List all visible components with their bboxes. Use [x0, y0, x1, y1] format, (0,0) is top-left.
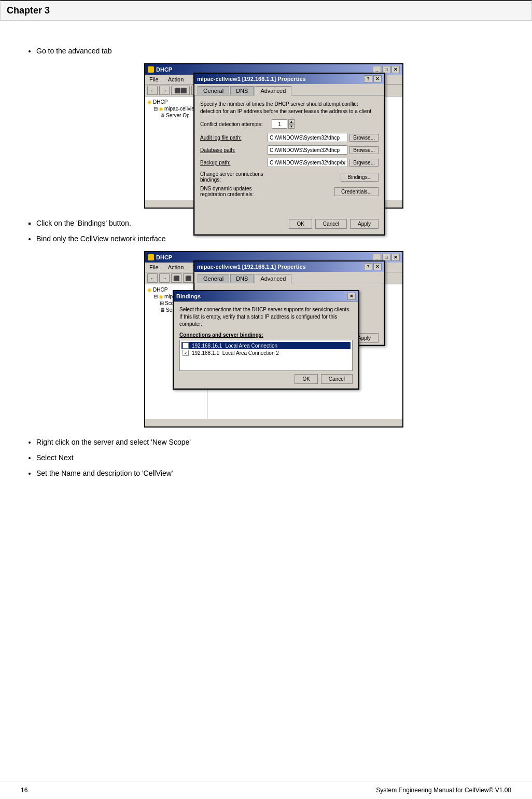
back-btn-2[interactable]: ← — [147, 273, 158, 283]
screenshot1-container: DHCP _ □ ✕ File Action View — [36, 63, 511, 209]
backup-label-1: Backup path: — [200, 160, 268, 166]
toolbar-btn-a[interactable]: ⬛⬛ — [171, 86, 190, 95]
binding-label-2: Local Area Connection 2 — [222, 350, 279, 356]
maximize-btn-1[interactable]: □ — [382, 66, 390, 73]
spin-down-1[interactable]: ▼ — [288, 124, 295, 129]
toolbar-btn-d[interactable]: ⬛ — [183, 273, 193, 283]
props-title-text-1: mipac-cellview1 [192.168.1.1] Properties — [197, 76, 306, 82]
tree-dhcp-icon-2: ◉ — [147, 287, 152, 293]
tree-expand-1: ⊟ — [153, 106, 158, 112]
bullet-go-advanced: Go to the advanced tab DHCP _ □ — [36, 47, 511, 209]
mmc-titlebar-buttons-1: _ □ ✕ — [373, 66, 400, 73]
database-label-1: Database path: — [200, 147, 268, 153]
page-footer: 16 System Engineering Manual for CellVie… — [0, 781, 532, 799]
tab-dns-1[interactable]: DNS — [230, 86, 254, 95]
dhcp-icon-1 — [148, 66, 154, 73]
dns-label-1: DNS dynamic updates registration credent… — [200, 186, 268, 197]
minimize-btn-2[interactable]: _ — [373, 254, 381, 261]
props-title-text-2: mipac-cellview1 [192.168.1.1] Properties — [197, 264, 306, 270]
binding-row-1[interactable]: 192.168.16.1 Local Area Connection — [181, 342, 351, 349]
props-tabs-1: General DNS Advanced — [194, 84, 384, 95]
mmc-title-icon-1: DHCP — [148, 66, 172, 73]
bullet-select-next: Select Next — [36, 453, 511, 462]
toolbar-btn-c[interactable]: ⬛ — [171, 273, 181, 283]
mmc-title-2: DHCP — [148, 254, 172, 260]
bindings-label-1: Change server connections bindings: — [200, 171, 268, 183]
apply-btn-1[interactable]: Apply — [350, 219, 379, 229]
minimize-btn-1[interactable]: _ — [373, 66, 381, 73]
cancel-btn-1[interactable]: Cancel — [315, 219, 347, 229]
tab-advanced-1[interactable]: Advanced — [255, 86, 291, 95]
bindings-titlebar-btns: ✕ — [347, 293, 356, 300]
menu-action-1[interactable]: Action — [166, 76, 186, 83]
props-help-btn-1[interactable]: ? — [364, 75, 372, 82]
audit-row-1: Audit log file path: Browse... — [200, 133, 379, 142]
binding-row-2[interactable]: ✓ 192.168.1.1 Local Area Connection 2 — [181, 349, 351, 356]
footer-document-title: System Engineering Manual for CellView© … — [376, 787, 511, 794]
binding-checkbox-2[interactable]: ✓ — [183, 350, 189, 356]
audit-browse-btn-1[interactable]: Browse... — [349, 134, 379, 142]
menu-action-2[interactable]: Action — [166, 264, 186, 271]
bindings-close-btn[interactable]: ✕ — [347, 293, 356, 300]
chapter-title: Chapter 3 — [7, 5, 50, 16]
screenshot2-container: DHCP _ □ ✕ File Action View — [36, 251, 511, 428]
tree-expand-2: ⊟ — [153, 294, 158, 299]
bindings-titlebar: Bindings ✕ — [174, 291, 358, 301]
backup-browse-btn-1[interactable]: Brgwse... — [349, 159, 379, 167]
props-footer-1: OK Cancel Apply — [200, 216, 379, 229]
props-close-btn-2[interactable]: ✕ — [373, 263, 382, 270]
tree-server-icon-2: 🖥 — [160, 307, 165, 313]
database-input-1[interactable] — [268, 145, 347, 155]
bullet-right-click: Right click on the server and select 'Ne… — [36, 438, 511, 446]
binding-checkbox-1[interactable] — [183, 342, 189, 349]
properties-dialog-1: mipac-cellview1 [192.168.1.1] Properties… — [193, 73, 385, 236]
props-help-btn-2[interactable]: ? — [364, 263, 372, 270]
tree-mipac-icon-1: ◉ — [159, 106, 163, 112]
bindings-button-1[interactable]: Bindings... — [341, 173, 379, 182]
binding-ip-1: 192.168.16.1 — [192, 343, 222, 349]
forward-btn-2[interactable]: → — [159, 273, 170, 283]
bindings-description: Select the connections that the DHCP ser… — [179, 306, 353, 328]
database-row-1: Database path: Browse... — [200, 145, 379, 155]
page-content: Go to the advanced tab DHCP _ □ — [0, 36, 532, 516]
props-titlebar-1: mipac-cellview1 [192.168.1.1] Properties… — [194, 74, 384, 84]
bindings-footer: OK Cancel — [179, 371, 353, 384]
tab-general-2[interactable]: General — [198, 274, 229, 283]
maximize-btn-2[interactable]: □ — [382, 254, 390, 261]
database-browse-btn-1[interactable]: Browse... — [349, 146, 379, 154]
tab-dns-2[interactable]: DNS — [230, 274, 254, 283]
conflict-row-1: Conflict detection attempts: ▲ ▼ — [200, 119, 379, 129]
ok-btn-1[interactable]: OK — [289, 219, 312, 229]
conflict-label-1: Conflict detection attempts: — [200, 121, 268, 127]
audit-label-1: Audit log file path: — [200, 135, 268, 141]
dhcp-icon-2 — [148, 254, 154, 260]
bullet-bind-cellview: Bind only the CellView network interface… — [36, 235, 511, 428]
tree-server-icon-1: 🖥 — [160, 113, 165, 118]
menu-file-2[interactable]: File — [147, 264, 161, 271]
spin-up-1[interactable]: ▲ — [288, 119, 295, 124]
forward-btn-1[interactable]: → — [159, 86, 170, 95]
back-btn-1[interactable]: ← — [147, 86, 158, 95]
props-close-btn-1[interactable]: ✕ — [373, 75, 382, 82]
bindings-cancel-btn[interactable]: Cancel — [321, 374, 353, 384]
mmc-titlebar-buttons-2: _ □ ✕ — [373, 254, 400, 261]
bindings-content: Select the connections that the DHCP ser… — [174, 301, 358, 389]
bindings-dialog: Bindings ✕ Select the connections that t… — [173, 290, 359, 390]
binding-label-1: Local Area Connection — [225, 343, 277, 349]
close-btn-2[interactable]: ✕ — [391, 254, 400, 261]
props-titlebar-2: mipac-cellview1 [192.168.1.1] Properties… — [194, 261, 384, 272]
bindings-row-1: Change server connections bindings: Bind… — [200, 171, 379, 183]
tab-general-1[interactable]: General — [198, 86, 229, 95]
tree-dhcp-icon-1: ◉ — [147, 99, 152, 105]
dns-row-1: DNS dynamic updates registration credent… — [200, 186, 379, 197]
close-btn-1[interactable]: ✕ — [391, 66, 400, 73]
dns-cred-btn-1[interactable]: Credentials... — [334, 187, 379, 196]
menu-file-1[interactable]: File — [147, 76, 161, 83]
props-content-1: Specify the number of times the DHCP ser… — [194, 95, 384, 235]
bindings-title-text: Bindings — [176, 293, 201, 299]
tab-advanced-2[interactable]: Advanced — [255, 274, 291, 283]
bindings-ok-btn[interactable]: OK — [295, 374, 317, 384]
audit-input-1[interactable] — [268, 133, 347, 142]
conflict-input-1[interactable] — [272, 119, 287, 129]
backup-input-1[interactable] — [268, 158, 347, 167]
